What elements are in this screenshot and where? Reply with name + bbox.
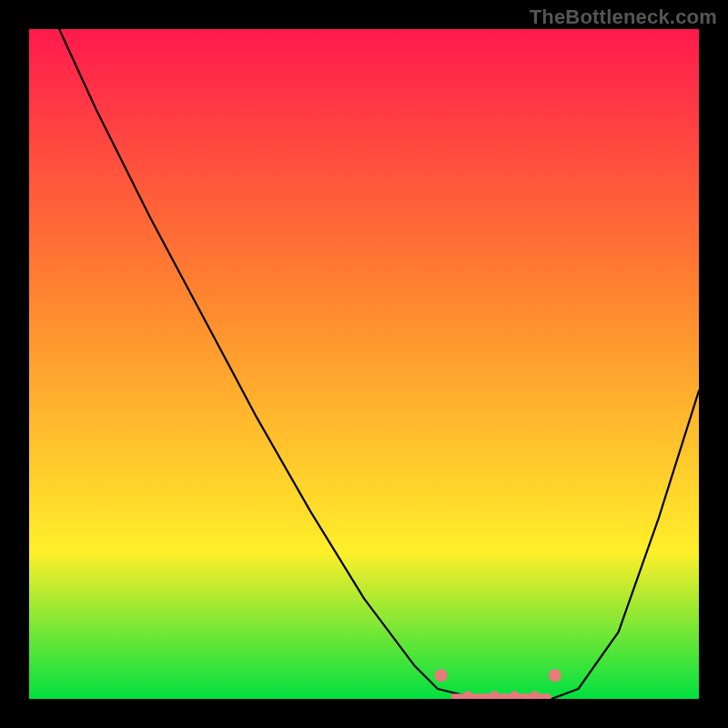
optimal-marker-dot xyxy=(435,669,448,682)
chart-frame: TheBottleneck.com xyxy=(0,0,728,728)
optimal-marker-dot xyxy=(549,669,561,682)
bottleneck-chart xyxy=(29,29,699,699)
watermark-text: TheBottleneck.com xyxy=(530,5,717,29)
